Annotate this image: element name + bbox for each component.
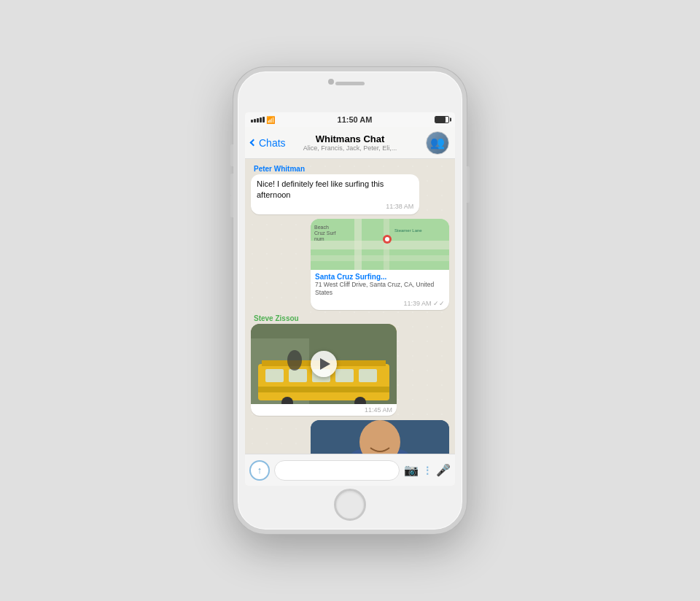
home-button[interactable] <box>334 489 366 521</box>
location-card[interactable]: Beach Cruz Surf num Steamer Lane Santa C… <box>311 219 449 310</box>
play-button[interactable] <box>311 351 337 377</box>
signal-area: 📶 <box>251 116 275 124</box>
sender-name-1: Peter Whitman <box>251 165 419 173</box>
battery-fill <box>435 117 446 123</box>
sender-name-3: Steve Zissou <box>251 314 397 322</box>
chevron-icon <box>250 139 257 147</box>
photo-scene-svg <box>311 420 449 454</box>
svg-point-9 <box>385 237 389 241</box>
svg-rect-17 <box>335 369 354 382</box>
status-bar: 📶 11:50 AM <box>245 112 455 127</box>
message-group-3: Steve Zissou <box>251 314 397 416</box>
signal-bars <box>251 117 265 123</box>
svg-point-23 <box>287 350 302 371</box>
phone-speaker <box>335 82 365 85</box>
camera-button[interactable]: 📷 <box>404 463 419 477</box>
nav-right: 👥 <box>400 131 449 155</box>
upload-icon: ↑ <box>257 465 262 476</box>
message-input[interactable] <box>274 460 400 481</box>
phone-frame: 📶 11:50 AM Chats Whitmans Chat Alice, Fr… <box>233 67 467 534</box>
svg-rect-18 <box>359 369 377 382</box>
video-thumbnail <box>251 324 397 404</box>
bubble-1: Nice! I definitely feel like surfing thi… <box>251 174 419 214</box>
photo-bubble[interactable]: 11:48 PM ✓✓ <box>311 420 449 454</box>
svg-text:num: num <box>314 236 324 241</box>
chat-subtitle: Alice, Francis, Jack, Peter, Eli,... <box>300 144 400 152</box>
location-time: 11:39 AM ✓✓ <box>311 300 449 310</box>
bubble-time-1: 11:38 AM <box>257 203 413 210</box>
nav-bar: Chats Whitmans Chat Alice, Francis, Jack… <box>245 127 455 159</box>
location-info: Santa Cruz Surfing... 71 West Cliff Driv… <box>311 270 449 300</box>
video-bubble[interactable]: 11:45 AM <box>251 324 397 416</box>
map-svg: Beach Cruz Surf num Steamer Lane <box>311 219 449 270</box>
dots-button[interactable]: ⋮ <box>422 465 432 476</box>
svg-rect-3 <box>384 219 389 270</box>
back-label: Chats <box>259 137 286 149</box>
svg-rect-14 <box>265 369 284 382</box>
message-group-2: Beach Cruz Surf num Steamer Lane Santa C… <box>311 219 449 310</box>
svg-text:Steamer Lane: Steamer Lane <box>394 228 422 233</box>
play-icon <box>320 358 330 370</box>
location-name: Santa Cruz Surfing... <box>315 273 445 281</box>
svg-text:Cruz Surf: Cruz Surf <box>314 230 336 236</box>
location-address: 71 West Cliff Drive, Santa Cruz, CA, Uni… <box>315 281 445 297</box>
chat-title: Whitmans Chat <box>300 133 400 144</box>
nav-title-area: Whitmans Chat Alice, Francis, Jack, Pete… <box>300 133 400 152</box>
phone-screen: 📶 11:50 AM Chats Whitmans Chat Alice, Fr… <box>245 112 455 486</box>
svg-rect-15 <box>289 369 307 382</box>
photo-image: 11:48 PM ✓✓ <box>311 420 449 454</box>
mic-button[interactable]: 🎤 <box>436 463 451 477</box>
status-time: 11:50 AM <box>338 115 373 124</box>
bubble-text-1: Nice! I definitely feel like surfing thi… <box>257 179 413 201</box>
svg-rect-4 <box>311 255 449 261</box>
upload-button[interactable]: ↑ <box>249 460 270 481</box>
wifi-icon: 📶 <box>266 116 275 124</box>
svg-rect-19 <box>258 387 389 392</box>
chat-area[interactable]: Peter Whitman Nice! I definitely feel li… <box>245 159 455 454</box>
back-button[interactable]: Chats <box>251 137 300 149</box>
battery-icon <box>435 116 449 123</box>
svg-rect-1 <box>311 241 449 249</box>
input-bar: ↑ 📷 ⋮ 🎤 <box>245 454 455 486</box>
message-group-1: Peter Whitman Nice! I definitely feel li… <box>251 165 419 214</box>
chat-avatar[interactable]: 👥 <box>426 131 449 155</box>
svg-text:Beach: Beach <box>314 225 329 230</box>
video-time: 11:45 AM <box>251 404 397 416</box>
phone-camera <box>328 79 334 85</box>
input-icons: 📷 ⋮ 🎤 <box>404 463 451 477</box>
battery-area <box>435 116 449 123</box>
message-group-4: 11:48 PM ✓✓ <box>311 420 449 454</box>
svg-rect-2 <box>354 219 362 270</box>
location-map: Beach Cruz Surf num Steamer Lane <box>311 219 449 270</box>
